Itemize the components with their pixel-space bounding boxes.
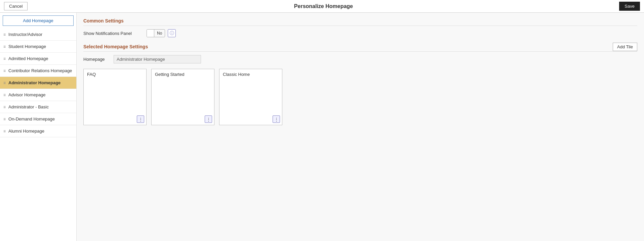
sidebar-item-label: Advisor Homepage: [8, 92, 46, 97]
sidebar-item-administrator-basic[interactable]: ≡ Administrator - Basic: [0, 101, 76, 113]
notifications-toggle[interactable]: No: [147, 29, 165, 37]
faq-tile-menu-button[interactable]: ⋮: [137, 115, 144, 123]
getting-started-tile: Getting Started ⋮: [151, 69, 214, 125]
sidebar-item-administrator-homepage[interactable]: ≡ Administrator Homepage: [0, 77, 76, 89]
sidebar: Add Homepage ≡ Instructor/Advisor ≡ Stud…: [0, 13, 77, 241]
drag-handle-icon: ≡: [3, 57, 6, 61]
tiles-grid: FAQ ⋮ Getting Started ⋮ Classic Home ⋮: [83, 69, 637, 125]
homepage-row: Homepage: [83, 55, 637, 63]
header: Cancel Personalize Homepage Save: [0, 0, 644, 13]
save-button[interactable]: Save: [619, 2, 640, 11]
drag-handle-icon: ≡: [3, 117, 6, 121]
sidebar-item-on-demand-homepage[interactable]: ≡ On-Demand Homepage: [0, 113, 76, 125]
sidebar-item-label: Administrator Homepage: [8, 80, 61, 85]
content-area: Common Settings Show Notifications Panel…: [77, 13, 644, 241]
sidebar-item-admitted-homepage[interactable]: ≡ Admitted Homepage: [0, 53, 76, 65]
faq-tile-title: FAQ: [84, 69, 146, 79]
main-layout: Add Homepage ≡ Instructor/Advisor ≡ Stud…: [0, 13, 644, 241]
sidebar-item-label: Instructor/Advisor: [8, 32, 42, 37]
classic-home-tile: Classic Home ⋮: [219, 69, 282, 125]
add-homepage-button[interactable]: Add Homepage: [3, 15, 74, 26]
getting-started-tile-menu-button[interactable]: ⋮: [205, 115, 212, 123]
common-settings-section: Common Settings Show Notifications Panel…: [83, 18, 637, 37]
drag-handle-icon: ≡: [3, 81, 6, 85]
drag-handle-icon: ≡: [3, 45, 6, 49]
drag-handle-icon: ≡: [3, 93, 6, 97]
classic-home-tile-title: Classic Home: [219, 69, 282, 79]
drag-handle-icon: ≡: [3, 69, 6, 73]
selected-settings-title: Selected Homepage Settings: [83, 44, 637, 52]
sidebar-item-contributor-relations[interactable]: ≡ Contributor Relations Homepage: [0, 65, 76, 77]
sidebar-item-alumni-homepage[interactable]: ≡ Alumni Homepage: [0, 125, 76, 137]
sidebar-item-label: Contributor Relations Homepage: [8, 68, 72, 73]
sidebar-item-advisor-homepage[interactable]: ≡ Advisor Homepage: [0, 89, 76, 101]
sidebar-item-label: Student Homepage: [8, 44, 46, 49]
getting-started-tile-title: Getting Started: [152, 69, 214, 79]
show-notifications-row: Show Notifications Panel No ⓘ: [83, 29, 637, 37]
drag-handle-icon: ≡: [3, 105, 6, 109]
info-button[interactable]: ⓘ: [168, 29, 176, 37]
page-title: Personalize Homepage: [28, 3, 619, 9]
drag-handle-icon: ≡: [3, 33, 6, 37]
sidebar-item-instructor-advisor[interactable]: ≡ Instructor/Advisor: [0, 29, 76, 41]
drag-handle-icon: ≡: [3, 129, 6, 133]
add-tile-button[interactable]: Add Tile: [613, 43, 637, 51]
sidebar-item-label: Admitted Homepage: [8, 56, 48, 61]
toggle-value: No: [154, 31, 165, 36]
sidebar-item-label: On-Demand Homepage: [8, 116, 55, 122]
faq-tile: FAQ ⋮: [83, 69, 147, 125]
show-notifications-label: Show Notifications Panel: [83, 31, 144, 36]
homepage-input[interactable]: [114, 55, 201, 63]
common-settings-title: Common Settings: [83, 18, 637, 26]
sidebar-item-label: Alumni Homepage: [8, 129, 44, 134]
cancel-button[interactable]: Cancel: [4, 2, 28, 10]
toggle-checkbox[interactable]: [147, 30, 154, 37]
classic-home-tile-menu-button[interactable]: ⋮: [273, 115, 280, 123]
homepage-label: Homepage: [83, 57, 110, 62]
sidebar-item-label: Administrator - Basic: [8, 104, 49, 109]
sidebar-item-student-homepage[interactable]: ≡ Student Homepage: [0, 41, 76, 53]
selected-settings-section: Selected Homepage Settings Add Tile Home…: [83, 44, 637, 125]
